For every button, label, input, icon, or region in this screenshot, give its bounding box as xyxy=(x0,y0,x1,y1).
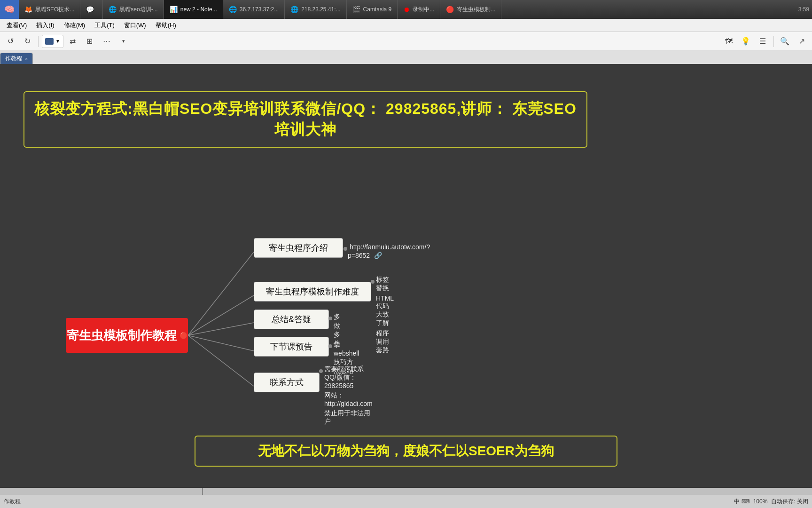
branch5-sub1: 需要程序联系QQ/微信：29825865 xyxy=(324,365,373,389)
branch1-node[interactable]: 寄生虫程序介绍 xyxy=(254,238,343,258)
hscrollbar[interactable] xyxy=(0,488,812,495)
taskbar-time: 3:59 xyxy=(798,6,809,13)
menu-help[interactable]: 帮助(H) xyxy=(151,20,181,31)
svg-point-7 xyxy=(328,317,332,320)
style-dropdown[interactable]: ▼ xyxy=(42,35,63,48)
toolbar: ↺ ↻ ▼ ⇄ ⊞ ⋯ ▾ 🗺 💡 ☰ 🔍 ↗ xyxy=(0,32,812,51)
central-node-label: 寄生虫模板制作教程 xyxy=(67,327,177,344)
map-view-btn[interactable]: 🗺 xyxy=(721,34,736,48)
tab-rec[interactable]: ⏺ 录制中... xyxy=(398,0,440,19)
status-right: 中 ⌨ 100% 自动保存: 关闭 xyxy=(734,498,808,506)
tab-wechat[interactable]: 💬 xyxy=(80,0,103,19)
branch1-url[interactable]: http://fanmulu.autotw.com/?p=8652 xyxy=(348,243,430,259)
central-node-icons: 🔴 xyxy=(180,332,187,339)
central-node[interactable]: 寄生虫模板制作教程 🔴 xyxy=(66,318,188,353)
taskbar-logo: 🧠 xyxy=(0,0,19,19)
status-file: 作教程 xyxy=(4,498,21,506)
extra-btn[interactable]: ▾ xyxy=(116,34,131,48)
toolbar-sep1 xyxy=(38,36,39,47)
svg-line-4 xyxy=(188,335,254,386)
tabstrip: 作教程 × xyxy=(0,51,812,64)
menu-tools[interactable]: 工具(T) xyxy=(90,20,119,31)
branch5-subs: 需要程序联系QQ/微信：29825865 网站：http://gldadi.co… xyxy=(324,365,373,426)
branch5-node[interactable]: 联系方式 xyxy=(254,373,320,392)
status-icons: 中 ⌨ xyxy=(734,498,750,506)
taskbar: 🧠 🦊 黑帽SEO技术... 💬 🌐 黑帽seo培训-... 📊 new 2 -… xyxy=(0,0,812,19)
menubar: 查看(V) 插入(I) 修改(M) 工具(T) 窗口(W) 帮助(H) xyxy=(0,19,812,32)
title-banner: 核裂变方程式:黑白帽SEO变异培训联系微信/QQ： 29825865,讲师： 东… xyxy=(23,91,587,148)
menu-insert[interactable]: 插入(I) xyxy=(31,20,59,31)
hscroll-thumb[interactable] xyxy=(202,488,203,495)
branch1-sub: http://fanmulu.autotw.com/?p=8652 🔗 xyxy=(348,243,430,260)
sys-icons: 3:59 xyxy=(796,6,812,13)
redo-button[interactable]: ↻ xyxy=(20,34,35,48)
branch2-sub2: HTML代码大致了解 xyxy=(376,294,394,327)
tab-ip1[interactable]: 🌐 36.7.173.37:2... xyxy=(223,0,285,19)
branch2-node[interactable]: 寄生虫程序模板制作难度 xyxy=(254,282,371,302)
tab-parasite[interactable]: 🔴 寄生虫模板制... xyxy=(440,0,501,19)
svg-point-5 xyxy=(344,247,347,251)
menu-window[interactable]: 窗口(W) xyxy=(119,20,151,31)
branch3-node[interactable]: 总结&答疑 xyxy=(254,310,329,329)
menu-view[interactable]: 查看(V) xyxy=(2,20,31,31)
tab-chrome1[interactable]: 🌐 黑帽seo培训-... xyxy=(103,0,164,19)
expand-btn[interactable]: ⊞ xyxy=(82,34,97,48)
branch2-sub1: 标签替换 xyxy=(376,276,394,293)
status-autosave: 自动保存: 关闭 xyxy=(771,498,808,506)
doc-tab-close[interactable]: × xyxy=(25,56,28,62)
search-btn[interactable]: 🔍 xyxy=(777,34,792,48)
link-icon: 🔗 xyxy=(374,252,382,259)
status-left: 作教程 xyxy=(4,498,21,506)
tab-camtasia[interactable]: 🎬 Camtasia 9 xyxy=(347,0,398,19)
statusbar: 作教程 中 ⌨ 100% 自动保存: 关闭 xyxy=(0,495,812,508)
format-btn[interactable]: ⇄ xyxy=(65,34,80,48)
title-text: 核裂变方程式:黑白帽SEO变异培训联系微信/QQ： 29825865,讲师： 东… xyxy=(34,100,577,138)
branch5-sub3: 禁止用于非法用户 xyxy=(324,409,373,426)
lightbulb-btn[interactable]: 💡 xyxy=(738,34,753,48)
branch5-sub2: 网站：http://gldadi.com xyxy=(324,391,373,407)
tab-firefox1[interactable]: 🦊 黑帽SEO技术... xyxy=(19,0,80,19)
tab-xmind[interactable]: 📊 new 2 - Note... xyxy=(164,0,223,19)
svg-point-9 xyxy=(319,369,323,373)
branch4-node[interactable]: 下节课预告 xyxy=(254,337,329,357)
share-btn[interactable]: ↗ xyxy=(794,34,809,48)
svg-point-8 xyxy=(328,344,332,348)
doc-tab-active[interactable]: 作教程 × xyxy=(0,53,33,64)
tab-ip2[interactable]: 🌐 218.23.25.41:... xyxy=(285,0,346,19)
svg-line-2 xyxy=(188,323,254,335)
outline-btn[interactable]: ☰ xyxy=(755,34,770,48)
menu-modify[interactable]: 修改(M) xyxy=(59,20,90,31)
svg-point-6 xyxy=(371,280,375,284)
status-zoom: 100% xyxy=(753,498,768,505)
branch2-sub3: 程序调用套路 xyxy=(376,329,394,355)
toolbar-sep2 xyxy=(773,36,774,47)
bottom-banner-text: 无地不仁以万物为刍狗，度娘不仁以SEOER为刍狗 xyxy=(258,444,554,458)
svg-line-1 xyxy=(188,295,254,335)
more-btn[interactable]: ⋯ xyxy=(99,34,114,48)
bottom-banner: 无地不仁以万物为刍狗，度娘不仁以SEOER为刍狗 xyxy=(195,436,617,467)
undo-button[interactable]: ↺ xyxy=(3,34,18,48)
svg-line-3 xyxy=(188,335,254,351)
svg-line-0 xyxy=(188,252,254,335)
branch2-subs: 标签替换 HTML代码大致了解 程序调用套路 xyxy=(376,276,394,355)
doc-tab-label: 作教程 xyxy=(5,55,22,63)
main-canvas: 核裂变方程式:黑白帽SEO变异培训联系微信/QQ： 29825865,讲师： 东… xyxy=(0,64,812,487)
